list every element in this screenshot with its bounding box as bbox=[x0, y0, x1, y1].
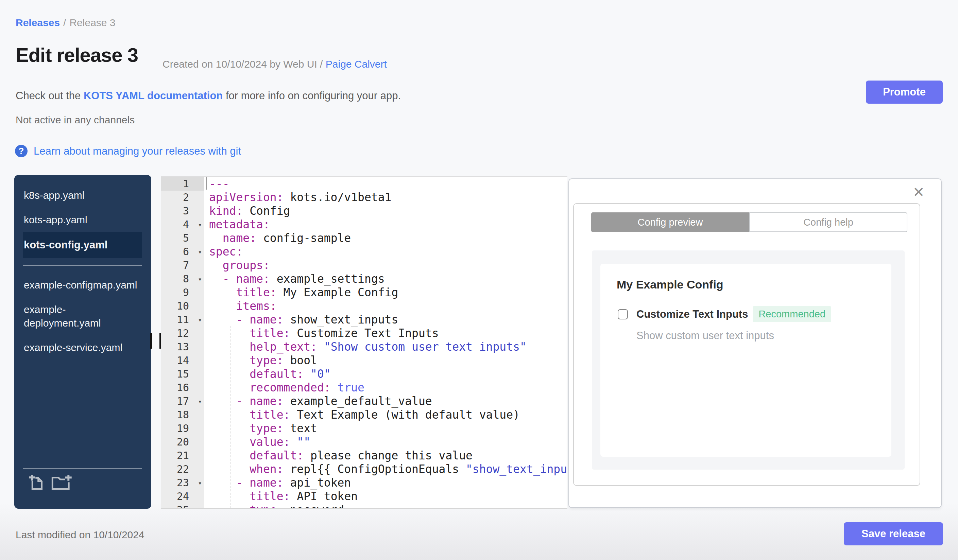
gutter-line: 14 bbox=[161, 354, 204, 367]
fold-arrow-icon[interactable]: ▾ bbox=[198, 476, 202, 490]
code-line[interactable]: - name: example_settings bbox=[204, 272, 568, 286]
yaml-code-editor[interactable]: 1---2apiVersion: kots.io/v1beta13kind: C… bbox=[161, 176, 568, 509]
fold-arrow-icon[interactable]: ▾ bbox=[198, 394, 202, 408]
file-item[interactable]: example-service.yaml bbox=[14, 335, 151, 360]
author-link[interactable]: Paige Calvert bbox=[326, 59, 387, 70]
created-line: Created on 10/10/2024 by Web UI / Paige … bbox=[162, 59, 387, 70]
code-line[interactable]: items: bbox=[204, 299, 568, 313]
config-render-area: My Example Config Customize Text Inputs … bbox=[592, 250, 905, 470]
code-line[interactable]: title: Customize Text Inputs bbox=[204, 327, 568, 340]
file-item[interactable]: k8s-app.yaml bbox=[14, 183, 151, 207]
gutter-line: 23▾ bbox=[161, 476, 204, 490]
code-line[interactable]: value: "" bbox=[204, 435, 568, 449]
gutter-line: 2 bbox=[161, 191, 204, 204]
code-line[interactable]: title: API token bbox=[204, 490, 568, 503]
fold-arrow-icon[interactable]: ▾ bbox=[198, 245, 202, 259]
gutter-line: 19 bbox=[161, 422, 204, 435]
gutter-line: 25 bbox=[161, 503, 204, 509]
preview-inner-card: Config previewConfig help My Example Con… bbox=[573, 203, 920, 486]
code-line[interactable]: metadata: bbox=[204, 218, 568, 231]
tab-config-help[interactable]: Config help bbox=[749, 212, 907, 232]
created-text: Created on 10/10/2024 by Web UI / bbox=[162, 59, 326, 70]
code-line[interactable]: groups: bbox=[204, 259, 568, 272]
gutter-line: 6▾ bbox=[161, 245, 204, 259]
channel-status: Not active in any channels bbox=[16, 114, 135, 126]
file-item[interactable]: kots-config.yaml bbox=[23, 232, 142, 258]
code-line[interactable]: title: Text Example (with default value) bbox=[204, 408, 568, 422]
file-list-main: k8s-app.yamlkots-app.yamlkots-config.yam… bbox=[14, 175, 151, 258]
gutter-line: 24 bbox=[161, 490, 204, 503]
promote-button[interactable]: Promote bbox=[866, 81, 943, 104]
question-icon: ? bbox=[15, 145, 27, 157]
close-icon[interactable]: ✕ bbox=[913, 184, 925, 201]
code-line[interactable]: default: "0" bbox=[204, 367, 568, 381]
gutter-line: 20 bbox=[161, 435, 204, 449]
code-line[interactable]: default: please change this value bbox=[204, 449, 568, 462]
file-item[interactable]: example-deployment.yaml bbox=[14, 297, 151, 335]
customize-text-inputs-checkbox[interactable] bbox=[618, 309, 628, 320]
code-line[interactable]: apiVersion: kots.io/v1beta1 bbox=[204, 191, 568, 204]
recommended-badge: Recommended bbox=[753, 306, 831, 322]
gutter-line: 1 bbox=[161, 177, 204, 191]
code-line[interactable]: type: password bbox=[204, 503, 568, 509]
gutter-line: 11▾ bbox=[161, 313, 204, 327]
indent-guide bbox=[230, 326, 231, 508]
gutter-line: 15 bbox=[161, 367, 204, 381]
gutter-line: 8▾ bbox=[161, 272, 204, 286]
save-release-button[interactable]: Save release bbox=[844, 522, 943, 546]
gutter-line: 4▾ bbox=[161, 218, 204, 231]
code-line[interactable]: name: config-sample bbox=[204, 231, 568, 245]
git-releases-link[interactable]: Learn about managing your releases with … bbox=[34, 145, 241, 157]
file-item[interactable]: kots-app.yaml bbox=[14, 207, 151, 232]
config-preview-panel: ✕ Config previewConfig help My Example C… bbox=[568, 179, 942, 508]
code-line[interactable]: --- bbox=[204, 177, 568, 191]
code-grid: 1---2apiVersion: kots.io/v1beta13kind: C… bbox=[161, 177, 568, 509]
fold-arrow-icon[interactable]: ▾ bbox=[198, 272, 202, 286]
code-line[interactable]: help_text: "Show custom user text inputs… bbox=[204, 340, 568, 354]
code-line[interactable]: kind: Config bbox=[204, 204, 568, 218]
code-line[interactable]: when: repl{{ ConfigOptionEquals "show_te… bbox=[204, 462, 568, 476]
doc-line: Check out the KOTS YAML documentation fo… bbox=[16, 90, 401, 102]
new-file-icon[interactable] bbox=[29, 475, 44, 491]
breadcrumb-current: Release 3 bbox=[69, 17, 115, 28]
code-line[interactable]: - name: example_default_value bbox=[204, 394, 568, 408]
code-line[interactable]: type: text bbox=[204, 422, 568, 435]
gutter-line: 9 bbox=[161, 286, 204, 299]
code-line[interactable]: spec: bbox=[204, 245, 568, 259]
preview-tab-row: Config previewConfig help bbox=[591, 212, 907, 232]
file-tree-sidebar: k8s-app.yamlkots-app.yamlkots-config.yam… bbox=[14, 175, 151, 509]
sidebar-actions bbox=[14, 468, 151, 509]
gutter-line: 18 bbox=[161, 408, 204, 422]
doc-after: for more info on configuring your app. bbox=[223, 90, 401, 101]
git-help-row[interactable]: ? Learn about managing your releases wit… bbox=[15, 145, 241, 157]
code-line[interactable]: title: My Example Config bbox=[204, 286, 568, 299]
code-line[interactable]: type: bool bbox=[204, 354, 568, 367]
code-line[interactable]: - name: show_text_inputs bbox=[204, 313, 568, 327]
file-list-examples: example-configmap.yamlexample-deployment… bbox=[14, 266, 151, 360]
code-line[interactable]: recommended: true bbox=[204, 381, 568, 394]
gutter-line: 16 bbox=[161, 381, 204, 394]
breadcrumb: Releases/Release 3 bbox=[16, 17, 116, 28]
fold-arrow-icon[interactable]: ▾ bbox=[198, 313, 202, 327]
last-modified-text: Last modified on 10/10/2024 bbox=[16, 529, 144, 541]
gutter-line: 10 bbox=[161, 299, 204, 313]
breadcrumb-releases-link[interactable]: Releases bbox=[16, 17, 60, 28]
breadcrumb-separator: / bbox=[63, 17, 66, 28]
gutter-line: 3 bbox=[161, 204, 204, 218]
file-item[interactable]: example-configmap.yaml bbox=[14, 273, 151, 297]
config-group-title: My Example Config bbox=[617, 278, 875, 291]
code-line[interactable]: - name: api_token bbox=[204, 476, 568, 490]
kots-yaml-doc-link[interactable]: KOTS YAML documentation bbox=[84, 90, 223, 101]
new-folder-icon[interactable] bbox=[51, 475, 72, 491]
tab-config-preview[interactable]: Config preview bbox=[591, 212, 749, 232]
gutter-line: 5 bbox=[161, 231, 204, 245]
sidebar-editor-resize-handle[interactable] bbox=[150, 333, 162, 349]
fold-arrow-icon[interactable]: ▾ bbox=[198, 218, 202, 231]
gutter-line: 7 bbox=[161, 259, 204, 272]
doc-before: Check out the bbox=[16, 90, 84, 101]
page-title: Edit release 3 bbox=[16, 43, 138, 66]
text-cursor bbox=[206, 177, 207, 190]
gutter-line: 22 bbox=[161, 462, 204, 476]
gutter-line: 17▾ bbox=[161, 394, 204, 408]
config-item-label: Customize Text Inputs bbox=[636, 308, 748, 320]
